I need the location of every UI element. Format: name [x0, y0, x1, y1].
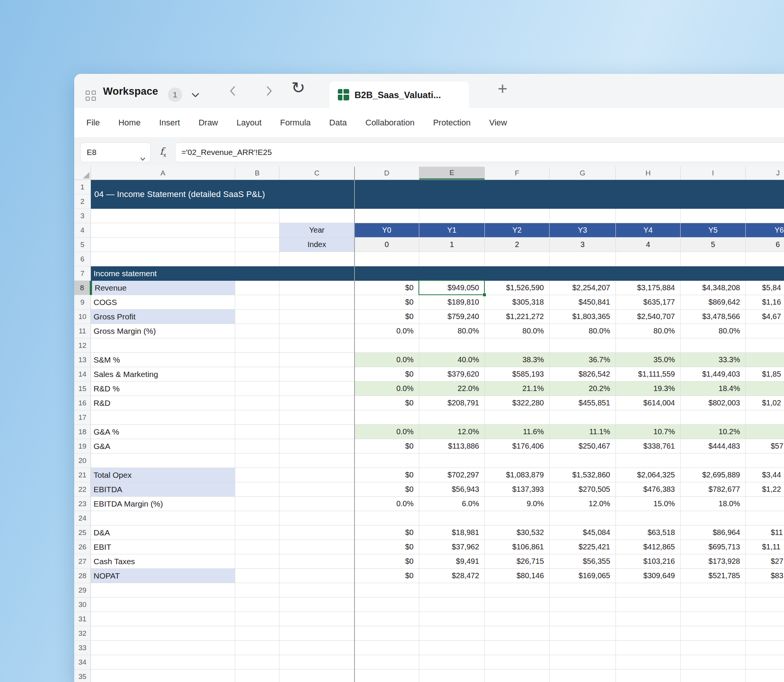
menu-item-protection[interactable]: Protection — [433, 118, 471, 128]
cell-I12[interactable] — [681, 338, 746, 353]
cell-H3[interactable] — [616, 209, 681, 223]
cell-C15[interactable] — [280, 382, 355, 396]
cell-E19[interactable]: $113,886 — [419, 439, 485, 454]
cell-J4[interactable]: Y6 — [746, 223, 784, 237]
cell-H33[interactable] — [616, 641, 681, 655]
menu-item-home[interactable]: Home — [118, 118, 140, 128]
cell-B10[interactable] — [235, 309, 280, 324]
cell-A26[interactable]: EBIT — [91, 540, 235, 554]
new-tab-button[interactable]: + — [498, 79, 507, 98]
cell-I22[interactable]: $782,677 — [681, 482, 746, 497]
cell-D24[interactable] — [355, 511, 419, 526]
column-header-G[interactable]: G — [550, 167, 616, 180]
cell-D15[interactable]: 0.0% — [355, 382, 419, 396]
cell-D21[interactable]: $0 — [355, 468, 419, 482]
cell-J35[interactable] — [746, 669, 784, 682]
cell-I35[interactable] — [681, 669, 746, 682]
cell-G19[interactable]: $250,467 — [550, 439, 616, 454]
cell-D6[interactable] — [355, 252, 419, 266]
cell-D18[interactable]: 0.0% — [355, 425, 419, 439]
cell-A22[interactable]: EBITDA — [91, 482, 235, 497]
select-all-corner[interactable] — [74, 167, 91, 180]
cell-H31[interactable] — [616, 612, 681, 626]
cell-D26[interactable]: $0 — [355, 540, 419, 554]
cell-J18[interactable] — [746, 425, 784, 439]
cell-B16[interactable] — [235, 396, 280, 410]
cell-J34[interactable] — [746, 655, 784, 669]
cell-G5[interactable]: 3 — [550, 237, 616, 252]
cell-C5[interactable]: Index — [280, 237, 355, 252]
cell-E20[interactable] — [419, 454, 485, 468]
cell-A9[interactable]: COGS — [91, 295, 235, 309]
cell-D3[interactable] — [355, 209, 419, 223]
cell-A18[interactable]: G&A % — [91, 425, 235, 439]
cell-G16[interactable]: $455,851 — [550, 396, 616, 410]
cell-I11[interactable]: 80.0% — [681, 324, 746, 338]
row-header-7[interactable]: 7 — [74, 266, 91, 281]
cell-G33[interactable] — [550, 641, 616, 655]
cell-A15[interactable]: R&D % — [91, 382, 235, 396]
cell-D34[interactable] — [355, 655, 419, 669]
cell-I16[interactable]: $802,003 — [681, 396, 746, 410]
document-tab[interactable]: B2B_Saas_Valuati... — [329, 81, 469, 108]
cell-F35[interactable] — [485, 669, 550, 682]
cell-I10[interactable]: $3,478,566 — [681, 309, 746, 324]
cell-E26[interactable]: $37,962 — [419, 540, 485, 554]
cell-F17[interactable] — [485, 410, 550, 425]
cell-G28[interactable]: $169,065 — [550, 569, 616, 583]
cell-I6[interactable] — [681, 252, 746, 266]
cell-H9[interactable]: $635,177 — [616, 295, 681, 309]
cell-B3[interactable] — [235, 209, 280, 223]
cell-E12[interactable] — [419, 338, 485, 353]
cell-C6[interactable] — [280, 252, 355, 266]
cell-D13[interactable]: 0.0% — [355, 353, 419, 367]
cell-F9[interactable]: $305,318 — [485, 295, 550, 309]
cell-B21[interactable] — [235, 468, 280, 482]
cell-B35[interactable] — [235, 669, 280, 682]
section-banner-income-statement[interactable]: Income statement — [91, 266, 784, 281]
cell-C10[interactable] — [280, 309, 355, 324]
cell-J32[interactable] — [746, 626, 784, 641]
cell-C33[interactable] — [280, 641, 355, 655]
cell-F12[interactable] — [485, 338, 550, 353]
cell-C34[interactable] — [280, 655, 355, 669]
menu-item-collaboration[interactable]: Collaboration — [366, 118, 415, 128]
sheet-title-banner[interactable]: 04 — Income Statement (detailed SaaS P&L… — [91, 180, 784, 209]
cell-C35[interactable] — [280, 669, 355, 682]
cell-D31[interactable] — [355, 612, 419, 626]
cell-I27[interactable]: $173,928 — [681, 554, 746, 569]
cell-A11[interactable]: Gross Margin (%) — [91, 324, 235, 338]
cell-C29[interactable] — [280, 583, 355, 598]
cell-F14[interactable]: $585,193 — [485, 367, 550, 382]
cell-B4[interactable] — [235, 223, 280, 237]
cell-F26[interactable]: $106,861 — [485, 540, 550, 554]
cell-G11[interactable]: 80.0% — [550, 324, 616, 338]
cell-J23[interactable] — [746, 497, 784, 511]
name-box-chevron-icon[interactable] — [140, 150, 146, 169]
row-header-31[interactable]: 31 — [74, 612, 91, 626]
cell-I20[interactable] — [681, 454, 746, 468]
cell-H12[interactable] — [616, 338, 681, 353]
row-header-26[interactable]: 26 — [74, 540, 91, 554]
column-header-D[interactable]: D — [355, 167, 419, 180]
cell-C16[interactable] — [280, 396, 355, 410]
cell-H29[interactable] — [616, 583, 681, 598]
name-box[interactable]: E8 — [80, 142, 151, 162]
cell-J21[interactable]: $3,44 — [746, 468, 784, 482]
cell-C18[interactable] — [280, 425, 355, 439]
cell-J3[interactable] — [746, 209, 784, 223]
cell-D14[interactable]: $0 — [355, 367, 419, 382]
cell-I19[interactable]: $444,483 — [681, 439, 746, 454]
cell-E6[interactable] — [419, 252, 485, 266]
cell-A25[interactable]: D&A — [91, 526, 235, 540]
cell-H27[interactable]: $103,216 — [616, 554, 681, 569]
cell-H32[interactable] — [616, 626, 681, 641]
row-header-14[interactable]: 14 — [74, 367, 91, 382]
cell-J11[interactable] — [746, 324, 784, 338]
cell-B22[interactable] — [235, 482, 280, 497]
menu-item-data[interactable]: Data — [329, 118, 347, 128]
cell-H13[interactable]: 35.0% — [616, 353, 681, 367]
row-header-18[interactable]: 18 — [74, 425, 91, 439]
cell-D4[interactable]: Y0 — [355, 223, 419, 237]
cell-I29[interactable] — [681, 583, 746, 598]
